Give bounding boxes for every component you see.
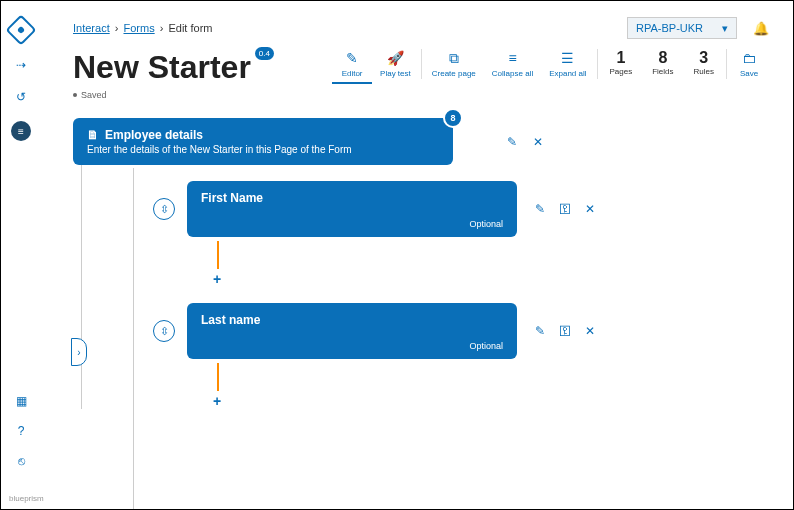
topbar-right: RPA-BP-UKR 🔔 (627, 17, 769, 39)
rocket-icon: 🚀 (387, 49, 404, 67)
breadcrumb-forms[interactable]: Forms (123, 22, 154, 34)
folder-icon: 🗀 (742, 49, 756, 67)
help-icon[interactable]: ? (13, 423, 29, 439)
pages-count: 1 Pages (600, 49, 643, 76)
field-actions: ✎ ⚿ ✕ (535, 202, 595, 216)
expand-icon: ☰ (561, 49, 574, 67)
document-icon: 🗎 (87, 128, 99, 142)
save-button[interactable]: 🗀 Save (729, 49, 769, 78)
expand-handle[interactable]: › (71, 338, 87, 366)
delete-field-icon[interactable]: ✕ (585, 324, 595, 338)
breadcrumb-current: Edit form (168, 22, 212, 34)
field-actions: ✎ ⚿ ✕ (535, 324, 595, 338)
main-content: Interact › Forms › Edit form RPA-BP-UKR … (41, 1, 793, 509)
edit-page-icon[interactable]: ✎ (507, 135, 517, 149)
top-bar: Interact › Forms › Edit form RPA-BP-UKR … (73, 17, 769, 39)
connector-line (217, 241, 219, 269)
field-card[interactable]: Last name Optional (187, 303, 517, 359)
app-logo[interactable] (5, 14, 36, 45)
page-card[interactable]: 8 🗎 Employee details Enter the details o… (73, 118, 453, 165)
pencil-icon: ✎ (346, 49, 358, 67)
expand-all-button[interactable]: ☰ Expand all (541, 49, 594, 78)
nav-icon-2[interactable]: ↺ (13, 89, 29, 105)
environment-dropdown[interactable]: RPA-BP-UKR (627, 17, 737, 39)
edit-field-icon[interactable]: ✎ (535, 324, 545, 338)
notifications-icon[interactable]: 🔔 (753, 21, 769, 36)
drag-handle[interactable]: ⇳ (153, 320, 175, 342)
field-card[interactable]: First Name Optional (187, 181, 517, 237)
form-canvas: › 8 🗎 Employee details Enter the details… (73, 118, 769, 409)
breadcrumb: Interact › Forms › Edit form (73, 22, 212, 34)
playtest-tab[interactable]: 🚀 Play test (372, 49, 419, 78)
collapse-icon: ≡ (508, 49, 516, 67)
page-actions: ✎ ✕ (507, 135, 543, 149)
page-plus-icon: ⧉ (449, 49, 459, 67)
field-row-1: ⇳ First Name Optional ✎ ⚿ ✕ (153, 181, 769, 237)
saved-indicator: Saved (73, 90, 769, 100)
title-bar: New Starter 0.4 ✎ Editor 🚀 Play test ⧉ C… (73, 49, 769, 86)
footer-brand: blueprism (9, 494, 44, 503)
apps-icon[interactable]: ▦ (13, 393, 29, 409)
rules-count: 3 Rules (684, 49, 724, 76)
logout-icon[interactable]: ⎋ (13, 453, 29, 469)
add-field-button[interactable]: + (213, 271, 769, 287)
add-field-button[interactable]: + (213, 393, 769, 409)
nav-icon-1[interactable]: ⇢ (13, 57, 29, 73)
breadcrumb-root[interactable]: Interact (73, 22, 110, 34)
key-icon[interactable]: ⚿ (559, 202, 571, 216)
field-row-2: ⇳ Last name Optional ✎ ⚿ ✕ (153, 303, 769, 359)
collapse-all-button[interactable]: ≡ Collapse all (484, 49, 541, 78)
editor-tab[interactable]: ✎ Editor (332, 49, 372, 84)
create-page-button[interactable]: ⧉ Create page (424, 49, 484, 78)
delete-page-icon[interactable]: ✕ (533, 135, 543, 149)
nav-active-icon[interactable]: ≡ (11, 121, 31, 141)
fields-count: 8 Fields (642, 49, 683, 76)
drag-handle[interactable]: ⇳ (153, 198, 175, 220)
field-line (133, 168, 134, 509)
connector-line (217, 363, 219, 391)
toolbar: ✎ Editor 🚀 Play test ⧉ Create page ≡ Col… (332, 49, 769, 84)
version-badge: 0.4 (255, 47, 274, 60)
key-icon[interactable]: ⚿ (559, 324, 571, 338)
sidebar-bottom: ▦ ? ⎋ (1, 393, 41, 469)
delete-field-icon[interactable]: ✕ (585, 202, 595, 216)
page-title: New Starter (73, 49, 251, 86)
edit-field-icon[interactable]: ✎ (535, 202, 545, 216)
field-count-badge: 8 (443, 108, 463, 128)
